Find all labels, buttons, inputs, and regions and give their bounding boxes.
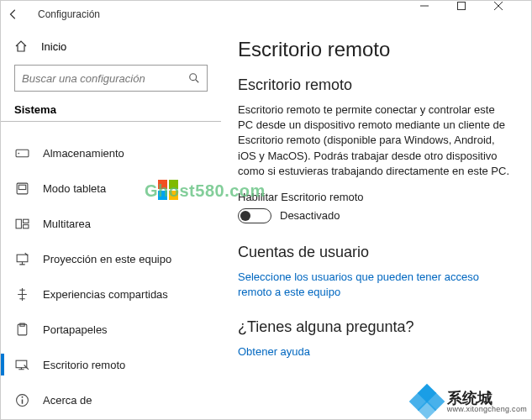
brand-name: 系统城 (447, 391, 527, 406)
tablet-icon (14, 181, 29, 196)
brand-badge: 系统城 www.xitongcheng.com (412, 386, 527, 417)
main-panel: Escritorio remoto Escritorio remoto Escr… (221, 28, 531, 419)
maximize-button[interactable] (457, 2, 494, 27)
section-help-title: ¿Tienes alguna pregunta? (238, 318, 511, 336)
remote-desktop-toggle[interactable] (238, 208, 271, 223)
search-icon (188, 72, 200, 84)
clipboard-icon (14, 322, 29, 337)
sidebar-item-remote-desktop[interactable]: Escritorio remoto (1, 347, 221, 382)
sidebar: Inicio Sistema Almacenamiento Modo table… (1, 28, 221, 419)
window-title: Configuración (38, 8, 100, 20)
projection-icon (14, 251, 29, 266)
home-nav[interactable]: Inicio (1, 34, 221, 61)
sidebar-item-projecting[interactable]: Proyección en este equipo (1, 241, 221, 276)
sidebar-item-tablet-mode[interactable]: Modo tableta (1, 171, 221, 206)
brand-diamond-icon (412, 386, 442, 417)
svg-line-3 (196, 80, 199, 83)
section-remote-desktop-description: Escritorio remoto te permite conectar y … (238, 102, 511, 179)
get-help-link[interactable]: Obtener ayuda (238, 344, 511, 360)
share-icon (14, 286, 29, 302)
remote-desktop-toggle-label: Habilitar Escritorio remoto (238, 191, 511, 203)
section-user-accounts-title: Cuentas de usuario (238, 244, 511, 261)
search-box[interactable] (14, 65, 208, 92)
page-title: Escritorio remoto (238, 38, 511, 61)
multitask-icon (14, 216, 29, 231)
brand-url: www.xitongcheng.com (447, 406, 527, 413)
settings-window: Configuración Inicio (0, 0, 532, 420)
info-icon (14, 392, 29, 407)
sidebar-item-label: Acerca de (43, 394, 92, 407)
sidebar-item-label: Portapapeles (43, 323, 108, 336)
svg-rect-7 (18, 185, 26, 189)
home-icon (14, 39, 29, 53)
remote-desktop-toggle-state: Desactivado (280, 209, 340, 222)
sidebar-item-about[interactable]: Acerca de (1, 382, 221, 417)
sidebar-item-label: Almacenamiento (43, 147, 124, 160)
sidebar-item-label: Experiencias compartidas (43, 288, 168, 301)
svg-rect-11 (17, 255, 28, 262)
close-button[interactable] (494, 2, 531, 27)
sidebar-item-shared-experiences[interactable]: Experiencias compartidas (1, 276, 221, 312)
svg-point-2 (190, 74, 197, 81)
search-input[interactable] (22, 72, 188, 85)
svg-rect-1 (458, 3, 466, 10)
sidebar-item-multitasking[interactable]: Multitarea (1, 206, 221, 241)
remote-desktop-toggle-row: Desactivado (238, 208, 511, 223)
svg-rect-10 (23, 224, 28, 228)
sidebar-item-label: Multitarea (43, 218, 91, 230)
svg-rect-4 (16, 150, 29, 157)
select-users-link[interactable]: Seleccione los usuarios que pueden tener… (238, 270, 511, 300)
sidebar-section-title: Sistema (1, 103, 221, 122)
svg-point-17 (21, 396, 23, 397)
minimize-button[interactable] (420, 2, 457, 27)
section-remote-desktop-title: Escritorio remoto (238, 76, 511, 94)
home-label: Inicio (41, 40, 66, 53)
storage-icon (14, 145, 29, 160)
sidebar-nav-list: Almacenamiento Modo tableta Multitarea P… (1, 135, 221, 419)
svg-point-5 (18, 152, 19, 154)
back-button[interactable] (8, 8, 31, 20)
titlebar: Configuración (1, 1, 531, 28)
svg-rect-9 (23, 219, 28, 223)
sidebar-item-clipboard[interactable]: Portapapeles (1, 312, 221, 347)
sidebar-item-label: Escritorio remoto (43, 359, 125, 371)
sidebar-item-storage[interactable]: Almacenamiento (1, 135, 221, 171)
sidebar-item-label: Modo tableta (43, 182, 106, 195)
sidebar-item-label: Proyección en este equipo (43, 253, 171, 265)
content-area: Inicio Sistema Almacenamiento Modo table… (1, 28, 531, 419)
svg-rect-8 (16, 219, 21, 228)
remote-desktop-icon (14, 357, 29, 372)
